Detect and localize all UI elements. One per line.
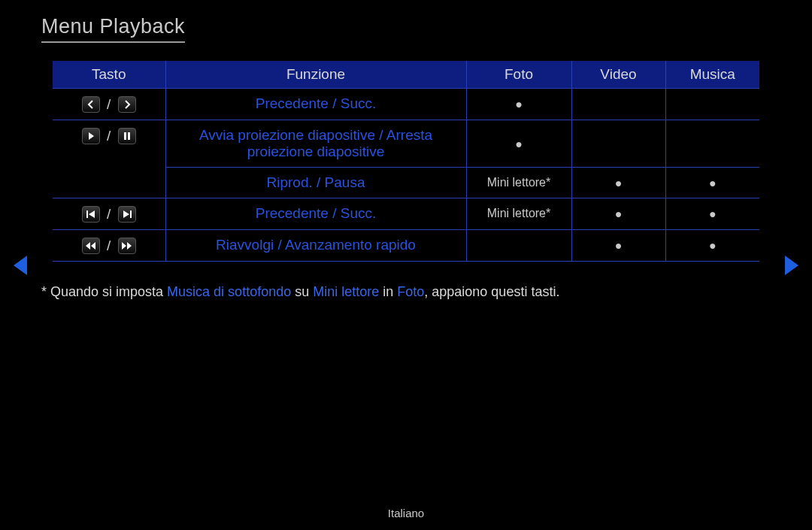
- dot-icon: ●: [709, 239, 717, 252]
- cell-musica: [665, 89, 759, 120]
- cell-musica: [665, 120, 759, 167]
- slash: /: [107, 238, 111, 253]
- nav-next-icon[interactable]: [785, 256, 798, 275]
- cell-musica: ●: [665, 229, 759, 261]
- header-func: Funzione: [165, 61, 466, 89]
- rewind-icon: [82, 238, 100, 254]
- svg-rect-2: [128, 132, 130, 140]
- table-header-row: Tasto Funzione Foto Video Musica: [53, 61, 759, 89]
- footnote-highlight: Foto: [397, 284, 424, 299]
- footnote-text: su: [291, 284, 313, 299]
- cell-foto: Mini lettore*: [466, 198, 571, 229]
- language-footer: Italiano: [0, 507, 812, 519]
- pause-icon: [118, 128, 136, 144]
- svg-marker-0: [89, 132, 94, 140]
- cell-key: /: [53, 120, 165, 198]
- dot-icon: ●: [709, 207, 717, 220]
- cell-func: Riavvolgi / Avanzamento rapido: [165, 229, 466, 261]
- footnote: * Quando si imposta Musica di sottofondo…: [41, 284, 771, 300]
- cell-key: /: [53, 229, 165, 261]
- dot-icon: ●: [615, 239, 623, 252]
- footnote-text: , appaiono questi tasti.: [424, 284, 559, 299]
- cell-video: [571, 89, 665, 120]
- dot-icon: ●: [515, 98, 523, 111]
- footnote-text: in: [379, 284, 397, 299]
- chevron-right-icon: [118, 96, 136, 113]
- cell-musica: ●: [665, 167, 759, 198]
- cell-func: Avvia proiezione diapositive / Arresta p…: [165, 120, 466, 167]
- svg-rect-3: [86, 210, 88, 218]
- cell-foto: ●: [466, 89, 571, 120]
- page-title: Menu Playback: [41, 15, 185, 43]
- cell-foto: [466, 229, 571, 261]
- table-row: / Riavvolgi / Avanzamento rapido ● ●: [53, 229, 759, 261]
- fastforward-icon: [118, 238, 136, 254]
- dot-icon: ●: [515, 138, 523, 150]
- svg-marker-9: [122, 242, 126, 250]
- cell-video: ●: [571, 198, 665, 229]
- playback-table: Tasto Funzione Foto Video Musica / Prece…: [53, 61, 759, 262]
- svg-marker-8: [91, 242, 95, 250]
- footnote-text: * Quando si imposta: [41, 284, 167, 299]
- cell-video: ●: [571, 229, 665, 261]
- svg-rect-6: [130, 210, 132, 218]
- cell-func: Precedente / Succ.: [165, 89, 466, 120]
- footnote-highlight: Musica di sottofondo: [167, 284, 291, 299]
- header-foto: Foto: [466, 61, 571, 89]
- skip-next-icon: [118, 206, 136, 223]
- table-row: / Avvia proiezione diapositive / Arresta…: [53, 120, 759, 167]
- cell-video: ●: [571, 167, 665, 198]
- svg-marker-5: [123, 210, 129, 218]
- cell-foto: Mini lettore*: [466, 167, 571, 198]
- slash: /: [107, 96, 111, 112]
- chevron-left-icon: [82, 96, 100, 113]
- dot-icon: ●: [615, 207, 623, 220]
- header-key: Tasto: [53, 61, 165, 89]
- dot-icon: ●: [709, 177, 717, 189]
- table-row: / Precedente / Succ. Mini lettore* ● ●: [53, 198, 759, 229]
- slash: /: [107, 206, 111, 222]
- svg-rect-1: [124, 132, 126, 140]
- cell-func: Riprod. / Pausa: [165, 167, 466, 198]
- skip-prev-icon: [82, 206, 100, 223]
- header-musica: Musica: [665, 61, 759, 89]
- cell-key: /: [53, 198, 165, 229]
- play-icon: [82, 128, 100, 144]
- slash: /: [107, 128, 111, 144]
- svg-marker-7: [86, 242, 90, 250]
- svg-marker-10: [127, 242, 132, 250]
- header-video: Video: [571, 61, 665, 89]
- cell-musica: ●: [665, 198, 759, 229]
- table-row: / Precedente / Succ. ●: [53, 89, 759, 120]
- cell-foto: ●: [466, 120, 571, 167]
- svg-marker-4: [89, 210, 95, 218]
- cell-video: [571, 120, 665, 167]
- nav-prev-icon[interactable]: [14, 256, 27, 275]
- manual-page: Menu Playback Tasto Funzione Foto Video …: [0, 0, 812, 530]
- cell-key: /: [53, 89, 165, 120]
- dot-icon: ●: [615, 177, 623, 189]
- cell-func: Precedente / Succ.: [165, 198, 466, 229]
- footnote-highlight: Mini lettore: [313, 284, 379, 299]
